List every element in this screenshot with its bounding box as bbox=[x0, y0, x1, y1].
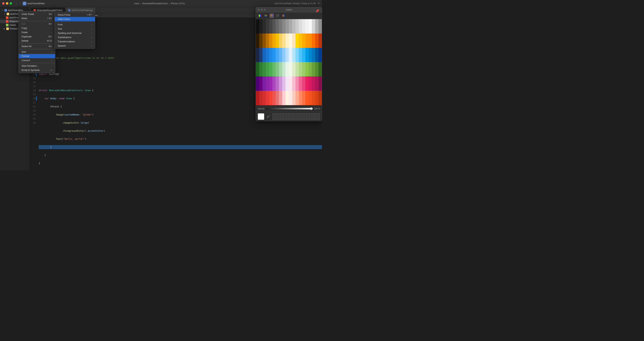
custom-color-cell[interactable] bbox=[288, 113, 291, 120]
pencil-swatch[interactable] bbox=[299, 33, 302, 48]
pencil-swatch[interactable] bbox=[282, 91, 286, 105]
pencil-swatch[interactable] bbox=[262, 62, 266, 76]
pencil-swatch[interactable] bbox=[292, 33, 296, 48]
pencil-swatch[interactable] bbox=[256, 76, 259, 91]
pencil-swatch[interactable] bbox=[318, 33, 322, 48]
pencil-swatch[interactable] bbox=[259, 33, 262, 48]
pencil-swatch[interactable] bbox=[318, 19, 322, 33]
pencil-swatch[interactable] bbox=[318, 62, 322, 76]
pencil-swatch[interactable] bbox=[266, 48, 269, 62]
pencil-swatch[interactable] bbox=[312, 33, 315, 48]
minimize-button[interactable] bbox=[6, 2, 8, 4]
pencil-swatch[interactable] bbox=[299, 91, 302, 105]
pencil-swatch[interactable] bbox=[312, 48, 315, 62]
pencil-swatch[interactable] bbox=[296, 76, 299, 91]
pencil-swatch[interactable] bbox=[309, 33, 312, 48]
submenu-item-text[interactable]: Text › bbox=[55, 27, 95, 31]
current-color-swatch[interactable] bbox=[258, 113, 264, 120]
pencil-swatch[interactable] bbox=[276, 62, 279, 76]
pencil-swatch[interactable] bbox=[256, 91, 259, 105]
pencil-swatch[interactable] bbox=[272, 33, 276, 48]
pencil-swatch[interactable] bbox=[279, 62, 282, 76]
custom-color-cell[interactable] bbox=[301, 113, 304, 120]
pencil-swatch[interactable] bbox=[312, 76, 315, 91]
pencil-swatch[interactable] bbox=[292, 62, 296, 76]
pencil-swatch[interactable] bbox=[286, 48, 289, 62]
pencil-swatch[interactable] bbox=[286, 33, 289, 48]
pencil-swatch[interactable] bbox=[312, 62, 315, 76]
pencil-swatch[interactable] bbox=[309, 48, 312, 62]
custom-color-cell[interactable] bbox=[294, 113, 296, 120]
pencil-swatch[interactable] bbox=[272, 48, 276, 62]
submenu-item-showfonts[interactable]: Show Fonts ⌥⌘T bbox=[55, 13, 95, 17]
pencil-swatch[interactable] bbox=[289, 62, 292, 76]
pencil-swatch[interactable] bbox=[272, 62, 276, 76]
pencil-swatch[interactable] bbox=[269, 33, 272, 48]
pencil-swatch[interactable] bbox=[269, 76, 272, 91]
menu-item-paste[interactable]: Paste › bbox=[18, 30, 55, 34]
pencil-swatch[interactable] bbox=[279, 91, 282, 105]
pencil-swatch[interactable] bbox=[312, 19, 315, 33]
pencil-swatch[interactable] bbox=[262, 19, 266, 33]
pencil-swatch[interactable] bbox=[289, 33, 292, 48]
pencil-swatch[interactable] bbox=[299, 76, 302, 91]
pencil-swatch[interactable] bbox=[296, 19, 299, 33]
pencil-swatch[interactable] bbox=[299, 62, 302, 76]
pencil-swatch[interactable] bbox=[256, 33, 259, 48]
pencil-swatch[interactable] bbox=[269, 48, 272, 62]
menu-item-undo[interactable]: Undo Paste ⌘Z bbox=[18, 12, 55, 16]
custom-color-cell[interactable] bbox=[280, 113, 283, 120]
pencil-swatch[interactable] bbox=[259, 62, 262, 76]
menu-item-emoji[interactable]: Emoji & Symbols In bbox=[18, 68, 55, 72]
menu-item-dictation[interactable]: Start Dictation... bbox=[18, 64, 55, 68]
submenu-item-spelling[interactable]: Spelling and Grammar › bbox=[55, 31, 95, 35]
color-sliders-btn[interactable] bbox=[264, 13, 268, 18]
color-pencils-btn[interactable] bbox=[270, 13, 274, 18]
custom-color-cell[interactable] bbox=[307, 113, 309, 120]
custom-color-cell[interactable] bbox=[304, 113, 307, 120]
custom-color-cell[interactable] bbox=[312, 113, 314, 120]
pencil-swatch[interactable] bbox=[262, 76, 266, 91]
panel-pin-btn[interactable]: 📌 bbox=[315, 9, 319, 13]
pencil-swatch[interactable] bbox=[302, 48, 306, 62]
pencil-swatch[interactable] bbox=[315, 62, 318, 76]
pencil-swatch[interactable] bbox=[306, 62, 309, 76]
pencil-swatch[interactable] bbox=[276, 19, 279, 33]
submenu-item-font[interactable]: Font › bbox=[55, 22, 95, 27]
pencil-swatch[interactable] bbox=[289, 19, 292, 33]
pencil-swatch[interactable] bbox=[262, 48, 266, 62]
pencil-swatch[interactable] bbox=[266, 62, 269, 76]
pencil-swatch[interactable] bbox=[292, 91, 296, 105]
pencil-swatch[interactable] bbox=[282, 48, 286, 62]
pencil-swatch[interactable] bbox=[299, 19, 302, 33]
close-button[interactable] bbox=[2, 2, 4, 4]
pencil-swatch[interactable] bbox=[256, 19, 259, 33]
pencil-swatch[interactable] bbox=[269, 19, 272, 33]
pencil-swatch[interactable] bbox=[272, 76, 276, 91]
submenu-item-substitutions[interactable]: Substitutions › bbox=[55, 35, 95, 39]
pencil-swatch[interactable] bbox=[306, 91, 309, 105]
pencil-swatch[interactable] bbox=[289, 48, 292, 62]
color-crayon-btn[interactable] bbox=[281, 13, 286, 18]
custom-color-cell[interactable] bbox=[299, 113, 301, 120]
custom-color-cell[interactable] bbox=[275, 113, 278, 120]
menu-item-copy[interactable]: Copy › bbox=[18, 26, 55, 30]
pencil-swatch[interactable] bbox=[318, 91, 322, 105]
pencil-swatch[interactable] bbox=[309, 19, 312, 33]
add-tab-btn[interactable]: + bbox=[318, 1, 320, 5]
pencil-swatch[interactable] bbox=[276, 33, 279, 48]
menu-item-sort[interactable]: Sort › bbox=[18, 50, 55, 54]
pencil-swatch[interactable] bbox=[315, 48, 318, 62]
pencil-swatch[interactable] bbox=[306, 76, 309, 91]
pencil-swatch[interactable] bbox=[286, 62, 289, 76]
menu-item-duplicate[interactable]: Duplicate ⌘D bbox=[18, 34, 55, 39]
pencil-swatch[interactable] bbox=[309, 91, 312, 105]
pencil-swatch[interactable] bbox=[262, 91, 266, 105]
pencil-swatch[interactable] bbox=[296, 91, 299, 105]
menu-item-delete[interactable]: Delete ⌘⌫ bbox=[18, 39, 55, 43]
color-image-btn[interactable] bbox=[275, 13, 280, 18]
pencil-swatch[interactable] bbox=[286, 91, 289, 105]
forward-arrow[interactable]: › bbox=[18, 1, 23, 5]
pencil-swatch[interactable] bbox=[266, 76, 269, 91]
pencil-swatch[interactable] bbox=[259, 76, 262, 91]
